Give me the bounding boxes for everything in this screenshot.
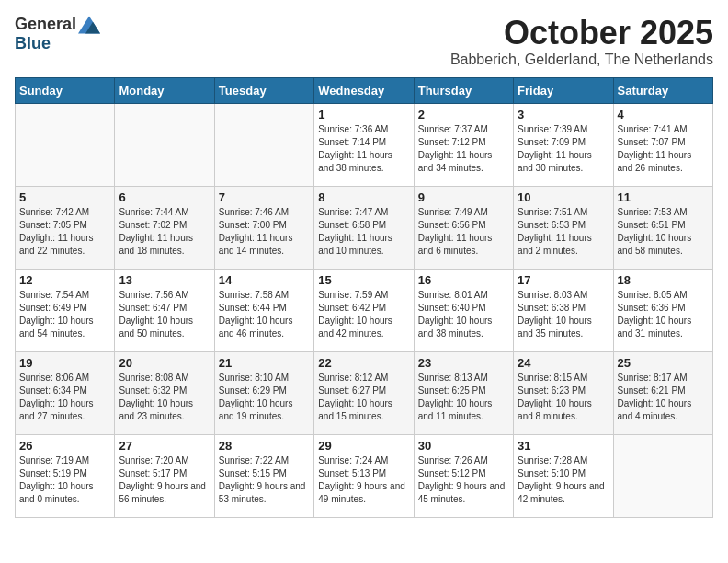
cell-info: Sunrise: 7:53 AMSunset: 6:51 PMDaylight:…	[618, 206, 709, 258]
page-header: General Blue October 2025 Babberich, Gel…	[15, 15, 713, 68]
calendar-cell: 27Sunrise: 7:20 AMSunset: 5:17 PMDayligh…	[115, 434, 214, 517]
logo-general-text: General	[15, 15, 76, 34]
cell-info: Sunrise: 8:08 AMSunset: 6:32 PMDaylight:…	[119, 372, 210, 423]
calendar-cell: 30Sunrise: 7:26 AMSunset: 5:12 PMDayligh…	[414, 434, 513, 517]
calendar-cell: 19Sunrise: 8:06 AMSunset: 6:34 PMDayligh…	[16, 351, 115, 434]
logo: General Blue	[15, 15, 100, 53]
day-number: 29	[318, 439, 409, 453]
day-number: 9	[418, 190, 509, 204]
calendar-cell	[115, 103, 214, 186]
calendar-cell: 17Sunrise: 8:03 AMSunset: 6:38 PMDayligh…	[514, 269, 613, 351]
calendar-body: 1Sunrise: 7:36 AMSunset: 7:14 PMDaylight…	[16, 103, 713, 517]
day-number: 1	[318, 108, 409, 121]
day-number: 31	[518, 439, 609, 453]
week-row-5: 26Sunrise: 7:19 AMSunset: 5:19 PMDayligh…	[16, 434, 713, 517]
title-block: October 2025 Babberich, Gelderland, The …	[450, 15, 713, 68]
day-number: 23	[418, 356, 509, 370]
cell-info: Sunrise: 8:15 AMSunset: 6:23 PMDaylight:…	[518, 372, 609, 423]
logo-icon	[78, 16, 100, 34]
cell-info: Sunrise: 7:51 AMSunset: 6:53 PMDaylight:…	[518, 206, 609, 258]
cell-info: Sunrise: 7:42 AMSunset: 7:05 PMDaylight:…	[19, 206, 110, 258]
calendar-cell: 26Sunrise: 7:19 AMSunset: 5:19 PMDayligh…	[16, 434, 115, 517]
day-number: 3	[518, 108, 609, 121]
calendar-cell: 28Sunrise: 7:22 AMSunset: 5:15 PMDayligh…	[214, 434, 313, 517]
cell-info: Sunrise: 8:12 AMSunset: 6:27 PMDaylight:…	[318, 372, 409, 423]
cell-info: Sunrise: 7:56 AMSunset: 6:47 PMDaylight:…	[119, 289, 210, 340]
day-number: 8	[318, 190, 409, 204]
cell-info: Sunrise: 7:28 AMSunset: 5:10 PMDaylight:…	[518, 454, 609, 506]
day-number: 27	[119, 439, 210, 453]
day-number: 28	[219, 439, 310, 453]
day-number: 21	[219, 356, 310, 370]
day-number: 4	[618, 108, 709, 121]
calendar-table: SundayMondayTuesdayWednesdayThursdayFrid…	[15, 77, 713, 518]
calendar-cell: 10Sunrise: 7:51 AMSunset: 6:53 PMDayligh…	[514, 186, 613, 269]
calendar-cell: 21Sunrise: 8:10 AMSunset: 6:29 PMDayligh…	[214, 351, 313, 434]
day-number: 30	[418, 439, 509, 453]
day-number: 13	[119, 273, 210, 287]
cell-info: Sunrise: 8:06 AMSunset: 6:34 PMDaylight:…	[19, 372, 110, 423]
cell-info: Sunrise: 7:24 AMSunset: 5:13 PMDaylight:…	[318, 454, 409, 506]
weekday-header-wednesday: Wednesday	[314, 77, 414, 103]
calendar-cell: 31Sunrise: 7:28 AMSunset: 5:10 PMDayligh…	[514, 434, 613, 517]
calendar-header: SundayMondayTuesdayWednesdayThursdayFrid…	[16, 77, 713, 103]
calendar-cell: 8Sunrise: 7:47 AMSunset: 6:58 PMDaylight…	[314, 186, 414, 269]
weekday-header-monday: Monday	[115, 77, 214, 103]
cell-info: Sunrise: 7:36 AMSunset: 7:14 PMDaylight:…	[318, 123, 409, 175]
calendar-cell: 16Sunrise: 8:01 AMSunset: 6:40 PMDayligh…	[414, 269, 513, 351]
weekday-header-row: SundayMondayTuesdayWednesdayThursdayFrid…	[16, 77, 713, 103]
cell-info: Sunrise: 7:37 AMSunset: 7:12 PMDaylight:…	[418, 123, 509, 175]
calendar-cell: 6Sunrise: 7:44 AMSunset: 7:02 PMDaylight…	[115, 186, 214, 269]
calendar-cell	[214, 103, 313, 186]
day-number: 26	[19, 439, 110, 453]
cell-info: Sunrise: 8:03 AMSunset: 6:38 PMDaylight:…	[518, 289, 609, 340]
day-number: 10	[518, 190, 609, 204]
day-number: 14	[219, 273, 310, 287]
cell-info: Sunrise: 7:20 AMSunset: 5:17 PMDaylight:…	[119, 454, 210, 506]
cell-info: Sunrise: 7:41 AMSunset: 7:07 PMDaylight:…	[618, 123, 709, 175]
calendar-cell: 3Sunrise: 7:39 AMSunset: 7:09 PMDaylight…	[514, 103, 613, 186]
day-number: 19	[19, 356, 110, 370]
calendar-cell: 9Sunrise: 7:49 AMSunset: 6:56 PMDaylight…	[414, 186, 513, 269]
day-number: 22	[318, 356, 409, 370]
week-row-2: 5Sunrise: 7:42 AMSunset: 7:05 PMDaylight…	[16, 186, 713, 269]
cell-info: Sunrise: 7:49 AMSunset: 6:56 PMDaylight:…	[418, 206, 509, 258]
calendar-cell: 29Sunrise: 7:24 AMSunset: 5:13 PMDayligh…	[314, 434, 414, 517]
cell-info: Sunrise: 7:39 AMSunset: 7:09 PMDaylight:…	[518, 123, 609, 175]
day-number: 17	[518, 273, 609, 287]
calendar-cell: 24Sunrise: 8:15 AMSunset: 6:23 PMDayligh…	[514, 351, 613, 434]
logo-blue-text: Blue	[15, 34, 51, 53]
day-number: 6	[119, 190, 210, 204]
cell-info: Sunrise: 7:54 AMSunset: 6:49 PMDaylight:…	[19, 289, 110, 340]
calendar-cell: 13Sunrise: 7:56 AMSunset: 6:47 PMDayligh…	[115, 269, 214, 351]
cell-info: Sunrise: 8:01 AMSunset: 6:40 PMDaylight:…	[418, 289, 509, 340]
calendar-cell: 12Sunrise: 7:54 AMSunset: 6:49 PMDayligh…	[16, 269, 115, 351]
cell-info: Sunrise: 7:44 AMSunset: 7:02 PMDaylight:…	[119, 206, 210, 258]
week-row-1: 1Sunrise: 7:36 AMSunset: 7:14 PMDaylight…	[16, 103, 713, 186]
calendar-cell	[613, 434, 712, 517]
calendar-cell: 25Sunrise: 8:17 AMSunset: 6:21 PMDayligh…	[613, 351, 712, 434]
weekday-header-saturday: Saturday	[613, 77, 712, 103]
cell-info: Sunrise: 7:58 AMSunset: 6:44 PMDaylight:…	[219, 289, 310, 340]
week-row-4: 19Sunrise: 8:06 AMSunset: 6:34 PMDayligh…	[16, 351, 713, 434]
day-number: 25	[618, 356, 709, 370]
week-row-3: 12Sunrise: 7:54 AMSunset: 6:49 PMDayligh…	[16, 269, 713, 351]
calendar-cell: 14Sunrise: 7:58 AMSunset: 6:44 PMDayligh…	[214, 269, 313, 351]
cell-info: Sunrise: 7:26 AMSunset: 5:12 PMDaylight:…	[418, 454, 509, 506]
calendar-cell: 2Sunrise: 7:37 AMSunset: 7:12 PMDaylight…	[414, 103, 513, 186]
day-number: 18	[618, 273, 709, 287]
cell-info: Sunrise: 8:13 AMSunset: 6:25 PMDaylight:…	[418, 372, 509, 423]
day-number: 7	[219, 190, 310, 204]
calendar-cell: 7Sunrise: 7:46 AMSunset: 7:00 PMDaylight…	[214, 186, 313, 269]
cell-info: Sunrise: 8:05 AMSunset: 6:36 PMDaylight:…	[618, 289, 709, 340]
weekday-header-thursday: Thursday	[414, 77, 513, 103]
day-number: 5	[19, 190, 110, 204]
calendar-cell: 4Sunrise: 7:41 AMSunset: 7:07 PMDaylight…	[613, 103, 712, 186]
cell-info: Sunrise: 7:47 AMSunset: 6:58 PMDaylight:…	[318, 206, 409, 258]
calendar-cell: 18Sunrise: 8:05 AMSunset: 6:36 PMDayligh…	[613, 269, 712, 351]
day-number: 24	[518, 356, 609, 370]
calendar-cell	[16, 103, 115, 186]
day-number: 12	[19, 273, 110, 287]
cell-info: Sunrise: 8:17 AMSunset: 6:21 PMDaylight:…	[618, 372, 709, 423]
calendar-cell: 22Sunrise: 8:12 AMSunset: 6:27 PMDayligh…	[314, 351, 414, 434]
